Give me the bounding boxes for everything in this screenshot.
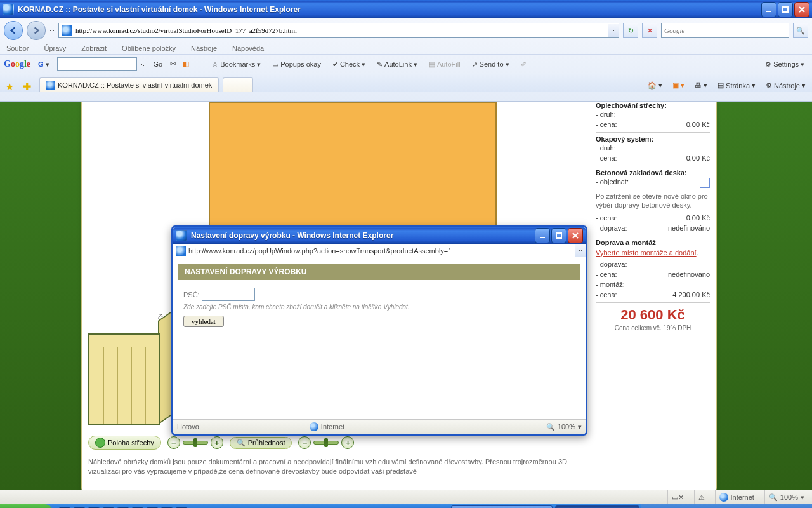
google-toolbar: Google G▾ Go ✉ ◧ ☆ Bookmarks▾ ▭ Popups o… [0, 54, 812, 74]
globe-icon [310, 422, 318, 431]
popups-button[interactable]: ▭ Popups okay [272, 60, 321, 69]
page-icon [62, 25, 72, 36]
search-input[interactable] [662, 27, 789, 34]
s4-mont-price-value: 4 200,00 Kč [672, 291, 710, 298]
pick-location-link[interactable]: Vyberte místo montáže a dodání [596, 249, 697, 257]
s2-title: Okapový systém: [596, 135, 653, 143]
ie-icon [176, 230, 187, 241]
search-box[interactable] [661, 23, 789, 38]
s3-ship-value: nedefinováno [668, 224, 710, 232]
url-dropdown[interactable] [608, 24, 619, 37]
bookmarks-button[interactable]: ☆ Bookmarks▾ [212, 60, 261, 69]
tab-strip: ★ ✚ KORNAD.CZ :: Postavte si vlastní vir… [0, 74, 812, 92]
address-bar[interactable] [58, 23, 619, 38]
stop-button[interactable]: ✕ [642, 23, 657, 38]
popup-zoom[interactable]: 🔍 100% ▾ [546, 423, 582, 431]
start-button[interactable]: Start [0, 504, 53, 508]
main-titlebar: KORNAD.CZ :: Postavte si vlastní virtuál… [0, 0, 812, 18]
status-popup-blocked[interactable]: ▭✕ [667, 490, 688, 504]
roof-plus[interactable]: + [211, 436, 223, 449]
new-tab-button[interactable] [223, 77, 253, 92]
popup-body: NASTAVENÍ DOPRAVY VÝROBKU PSČ: Zde zadej… [173, 258, 586, 419]
minimize-button[interactable] [761, 2, 776, 17]
trans-plus[interactable]: + [341, 436, 354, 449]
tools-menu[interactable]: ⚙ Nástroje ▾ [763, 80, 808, 91]
refresh-button[interactable]: ↻ [623, 23, 638, 38]
popup-status-text: Hotovo [177, 423, 199, 431]
ie-icon [3, 4, 14, 15]
roof-slider[interactable]: − + [167, 436, 223, 449]
gmail-icon[interactable]: ✉ [170, 60, 179, 69]
ie-toolbars: ↻ ✕ 🔍 Soubor Úpravy Zobrazit Oblíbené po… [0, 18, 812, 102]
popup-close[interactable] [568, 228, 583, 243]
transparency-slider[interactable]: − + [298, 436, 354, 449]
s3-hint: Po zatržení se otevře nové okno pro výbě… [596, 189, 710, 213]
check-button[interactable]: ✔ Check ▾ [332, 60, 365, 69]
s3-title: Betonová zakladová deska: [596, 169, 687, 177]
print-button[interactable]: 🖶 ▾ [692, 80, 710, 91]
popup-favicon [176, 246, 186, 256]
tab-kornad[interactable]: KORNAD.CZ :: Postavte si vlastní virtuál… [39, 77, 219, 92]
maximize-button[interactable] [778, 2, 793, 17]
taskbar-task-ie[interactable]: 2 Internet Explorer [555, 505, 639, 508]
settings-button[interactable]: ⚙ Settings▾ [765, 60, 804, 69]
popup-titlebar: Nastavení dopravy výrobku - Windows Inte… [173, 227, 586, 244]
order-checkbox[interactable] [700, 178, 710, 188]
popup-url-dropdown[interactable] [575, 244, 586, 257]
google-search-input[interactable] [57, 57, 137, 71]
menu-view[interactable]: Zobrazit [81, 44, 107, 52]
psc-input[interactable] [202, 288, 255, 301]
total-price: 20 600 Kč [596, 307, 710, 323]
roof-position-button[interactable]: Poloha střechy [88, 436, 161, 450]
menu-file[interactable]: Soubor [6, 44, 29, 52]
trans-minus[interactable]: − [298, 436, 311, 449]
search-button[interactable]: 🔍 [793, 23, 808, 38]
s2-kind: - druh: [596, 144, 616, 152]
popup-zone: Internet [321, 423, 344, 431]
window-title: KORNAD.CZ :: Postavte si vlastní virtuál… [18, 5, 760, 14]
add-favorite-icon[interactable]: ✚ [23, 81, 34, 92]
s3-price-value: 0,00 Kč [686, 214, 710, 222]
menu-tools[interactable]: Nástroje [191, 44, 217, 52]
google-search-dropdown[interactable] [141, 62, 146, 67]
feeds-button[interactable]: ▣ ▾ [670, 80, 687, 91]
page-menu[interactable]: ▤ Stránka ▾ [715, 80, 758, 91]
popup-maximize[interactable] [551, 228, 566, 243]
autofill-button[interactable]: ▤ AutoFill [429, 60, 461, 69]
menu-edit[interactable]: Úpravy [44, 44, 66, 52]
search-button[interactable]: vyhledat [183, 316, 224, 327]
highlight-icon[interactable]: ✐ [521, 60, 527, 69]
s3-price-label: - cena: [596, 214, 617, 222]
psc-hint: Zde zadejte PSČ místa, kam chcete zboží … [183, 301, 575, 313]
menu-help[interactable]: Nápověda [232, 44, 264, 52]
menu-bar: Soubor Úpravy Zobrazit Oblíbené položky … [0, 43, 812, 54]
roof-minus[interactable]: − [167, 436, 180, 449]
sendto-button[interactable]: ↗ Send to▾ [472, 60, 509, 69]
menu-favorites[interactable]: Oblíbené položky [122, 44, 176, 52]
svg-rect-0 [783, 7, 788, 12]
blogger-icon[interactable]: ◧ [183, 60, 192, 69]
popup-minimize[interactable] [535, 228, 550, 243]
s4-price-label: - cena: [596, 271, 617, 278]
taskbar: Start W NÁVOD VIRTUÁLNÍ - ... 2 Internet… [0, 504, 812, 508]
s1-price-label: - cena: [596, 121, 617, 128]
system-tray: CS nero 20:50 [641, 504, 812, 508]
autolink-button[interactable]: ✎ AutoLink ▾ [377, 60, 417, 69]
popup-title: Nastavení dopravy výrobku - Windows Inte… [191, 231, 534, 240]
total-subtitle: Cena celkem vč. 19% DPH [596, 324, 710, 331]
s3-order-label: - objednat: [596, 178, 629, 188]
transparency-button[interactable]: 🔍Průhlednost [230, 437, 292, 449]
close-button[interactable] [794, 2, 809, 17]
home-button[interactable]: 🏠 ▾ [645, 80, 665, 91]
favorites-star-icon[interactable]: ★ [5, 81, 16, 92]
popup-address-bar[interactable]: http://www.konrad.cz/popUpWindow.php?act… [173, 244, 586, 258]
taskbar-task-word[interactable]: W NÁVOD VIRTUÁLNÍ - ... [451, 505, 553, 508]
back-button[interactable] [4, 21, 23, 40]
status-phishing[interactable]: ⚠ [694, 490, 709, 504]
nav-history-dropdown[interactable] [49, 28, 55, 33]
url-input[interactable] [74, 23, 608, 37]
forward-button[interactable] [27, 21, 46, 40]
price-panel: Oplechování střechy: - druh: - cena:0,00… [596, 102, 710, 331]
status-zoom[interactable]: 🔍 100% ▾ [764, 490, 808, 504]
google-go[interactable]: Go [154, 60, 163, 68]
